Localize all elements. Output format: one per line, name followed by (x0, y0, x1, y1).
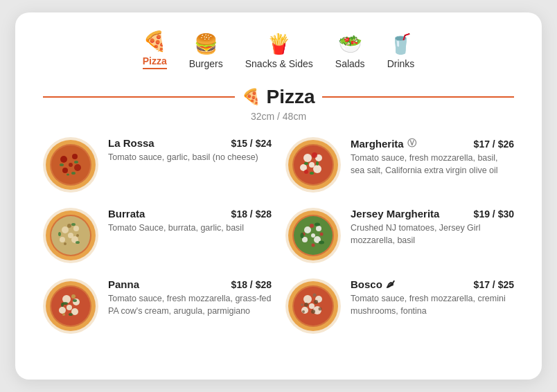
svg-point-23 (312, 152, 317, 158)
pizza-nav-icon: 🍕 (143, 32, 167, 51)
menu-grid: La Rossa $15 / $24 Tomato sauce, garlic,… (43, 137, 514, 334)
nav-label-burgers: Burgers (189, 58, 223, 69)
svg-point-65 (61, 303, 64, 307)
svg-point-38 (76, 241, 80, 244)
svg-point-30 (60, 237, 65, 242)
burgers-nav-icon: 🍔 (194, 35, 218, 54)
svg-point-11 (67, 174, 69, 176)
item-price-panna: $18 / $28 (231, 279, 272, 290)
svg-point-15 (303, 154, 312, 162)
svg-point-35 (64, 242, 67, 245)
svg-point-3 (60, 156, 67, 163)
nav-label-snacks: Snacks & Sides (245, 58, 313, 69)
pizza-image-burrata (43, 208, 98, 263)
item-header-panna: Panna $18 / $28 (108, 278, 272, 290)
svg-point-53 (319, 241, 324, 244)
nav-item-salads[interactable]: 🥗 Salads (335, 35, 365, 69)
item-desc-margherita: Tomato sauce, fresh mozzarella, basil, s… (351, 152, 514, 177)
svg-point-47 (310, 224, 314, 228)
item-name-jersey-margherita: Jersey Margherita (351, 208, 439, 220)
item-header-bosco: Bosco 🌶 $17 / $25 (351, 278, 514, 290)
menu-item-la-rossa: La Rossa $15 / $24 Tomato sauce, garlic,… (43, 137, 272, 193)
svg-point-5 (74, 164, 81, 171)
svg-point-79 (319, 308, 322, 311)
svg-point-81 (313, 294, 317, 297)
svg-point-82 (301, 303, 303, 306)
svg-point-64 (69, 313, 73, 316)
item-price-bosco: $17 / $25 (474, 279, 514, 290)
pizza-image-margherita (285, 137, 341, 193)
svg-point-52 (301, 233, 304, 238)
svg-point-21 (316, 161, 319, 166)
item-name-panna: Panna (108, 278, 139, 290)
svg-point-28 (62, 226, 69, 233)
item-desc-bosco: Tomato sauce, fresh mozzarella, cremini … (351, 292, 514, 317)
nav-item-drinks[interactable]: 🥤 Drinks (387, 35, 415, 69)
pizza-image-bosco (285, 278, 341, 334)
svg-point-57 (62, 295, 71, 303)
item-price-la-rossa: $15 / $24 (231, 138, 272, 149)
item-info-jersey-margherita: Jersey Margherita $19 / $30 Crushed NJ t… (351, 208, 514, 247)
svg-point-9 (74, 161, 78, 163)
svg-point-33 (67, 224, 71, 228)
svg-point-67 (62, 313, 65, 316)
svg-point-37 (58, 232, 61, 236)
svg-point-19 (309, 162, 315, 168)
svg-point-46 (311, 233, 315, 238)
svg-point-8 (60, 163, 64, 166)
svg-point-42 (304, 226, 311, 233)
svg-point-73 (301, 307, 308, 314)
nav-label-drinks: Drinks (387, 58, 415, 69)
item-desc-jersey-margherita: Crushed NJ tomatoes, Jersey Girl mozzare… (351, 222, 514, 247)
svg-point-20 (304, 162, 308, 165)
svg-point-7 (69, 163, 73, 167)
svg-point-59 (59, 307, 66, 314)
item-info-margherita: Margherita Ⓥ $17 / $26 Tomato sauce, fre… (351, 137, 514, 177)
svg-point-63 (73, 299, 77, 302)
svg-point-24 (304, 170, 308, 174)
item-info-bosco: Bosco 🌶 $17 / $25 Tomato sauce, fresh mo… (351, 278, 514, 317)
section-pizza-icon: 🍕 (242, 88, 260, 106)
item-header-margherita: Margherita Ⓥ $17 / $26 (351, 137, 514, 150)
nav-label-salads: Salads (335, 58, 365, 69)
svg-point-29 (73, 226, 79, 231)
svg-point-4 (72, 154, 78, 159)
section-header: 🍕 Pizza (43, 86, 514, 108)
svg-point-32 (68, 233, 73, 238)
item-price-burrata: $18 / $28 (231, 208, 272, 220)
svg-point-66 (71, 294, 76, 299)
item-header-burrata: Burrata $18 / $28 (108, 208, 272, 220)
svg-point-36 (71, 223, 76, 226)
section-title: 🍕 Pizza (242, 86, 315, 108)
item-desc-panna: Tomato sauce, fresh mozzarella, grass-fe… (108, 292, 272, 317)
item-header-la-rossa: La Rossa $15 / $24 (108, 137, 272, 149)
svg-point-10 (71, 172, 76, 175)
svg-point-34 (76, 234, 79, 237)
item-info-la-rossa: La Rossa $15 / $24 Tomato sauce, garlic,… (108, 137, 272, 163)
item-desc-la-rossa: Tomato sauce, garlic, basil (no cheese) (108, 151, 272, 163)
item-info-burrata: Burrata $18 / $28 Tomato Sauce, burrata,… (108, 208, 272, 234)
nav-item-pizza[interactable]: 🍕 Pizza (143, 32, 167, 69)
bosco-chili-icon: 🌶 (386, 279, 395, 289)
nav-item-burgers[interactable]: 🍔 Burgers (189, 35, 223, 69)
svg-point-43 (316, 226, 321, 231)
pizza-image-la-rossa (43, 137, 98, 193)
section-subtitle: 32cm / 48cm (43, 111, 514, 122)
menu-item-panna: Panna $18 / $28 Tomato sauce, fresh mozz… (43, 278, 272, 334)
item-price-margherita: $17 / $26 (474, 139, 514, 150)
item-desc-burrata: Tomato Sauce, burrata, garlic, basil (108, 222, 272, 234)
item-price-jersey-margherita: $19 / $30 (474, 208, 514, 220)
menu-card: 🍕 Pizza 🍔 Burgers 🍟 Snacks & Sides 🥗 Sal… (15, 12, 542, 380)
svg-point-6 (62, 168, 68, 173)
svg-point-51 (315, 223, 320, 226)
pizza-image-panna (43, 278, 98, 334)
svg-point-76 (304, 303, 308, 307)
svg-point-22 (310, 172, 314, 175)
margherita-badge: Ⓥ (407, 137, 416, 150)
item-name-bosco: Bosco 🌶 (351, 278, 395, 290)
nav-item-snacks[interactable]: 🍟 Snacks & Sides (245, 35, 313, 69)
snacks-nav-icon: 🍟 (267, 35, 291, 54)
svg-point-18 (313, 165, 321, 173)
category-nav: 🍕 Pizza 🍔 Burgers 🍟 Snacks & Sides 🥗 Sal… (43, 32, 514, 69)
svg-point-78 (311, 310, 315, 314)
